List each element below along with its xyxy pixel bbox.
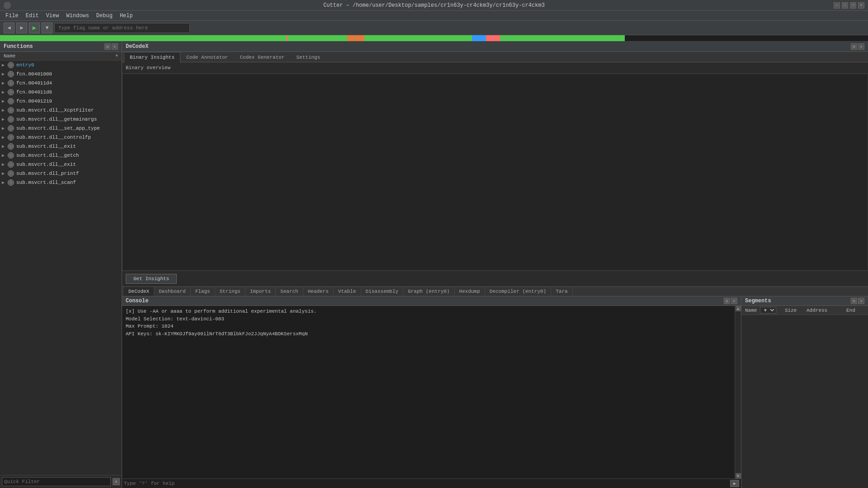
expand-icon: ▶ bbox=[2, 62, 7, 68]
toolbar: ◀ ▶ ▶ ▼ bbox=[0, 21, 868, 35]
quick-filter-clear-button[interactable]: ✕ bbox=[113, 478, 120, 485]
minimize-button[interactable]: ─ bbox=[834, 2, 840, 9]
bottom-tab-vtable[interactable]: Vtable bbox=[334, 287, 361, 296]
function-item-getch[interactable]: ▶ sub.msvcrt.dll__getch bbox=[0, 151, 122, 160]
function-name-xcptfilter: sub.msvcrt.dll__XcptFilter bbox=[16, 108, 94, 113]
segments-name-sort[interactable]: ▼ bbox=[760, 307, 776, 314]
bottom-tab-hexdump[interactable]: Hexdump bbox=[455, 287, 485, 296]
console-title: Console bbox=[126, 298, 148, 304]
function-name-fcn004011d8: fcn.004011d8 bbox=[16, 89, 52, 95]
window-controls: ─ □ ❐ ✕ bbox=[834, 2, 864, 9]
function-item-fcn00401219[interactable]: ▶ fcn.00401219 bbox=[0, 97, 122, 106]
console-panel: Console ⊡ ✕ [x] Use -AA or aaaa to perfo… bbox=[122, 296, 741, 488]
quick-filter-input[interactable] bbox=[2, 477, 111, 486]
tab-settings[interactable]: Settings bbox=[290, 52, 326, 62]
console-icon2-button[interactable]: ✕ bbox=[731, 298, 737, 304]
bottom-tabs-bar: DeCodeX Dashboard Flags Strings Imports … bbox=[122, 287, 868, 296]
function-item-setapptype[interactable]: ▶ sub.msvcrt.dll__set_app_type bbox=[0, 124, 122, 133]
bottom-tab-strings[interactable]: Strings bbox=[215, 287, 245, 296]
console-input[interactable] bbox=[124, 481, 730, 486]
close-button[interactable]: ✕ bbox=[858, 2, 864, 9]
bottom-tab-decodex[interactable]: DeCodeX bbox=[124, 287, 154, 296]
decodex-tabs: Binary Insights Code Annotator Codex Gen… bbox=[122, 52, 868, 62]
tab-codex-generator[interactable]: Codex Generator bbox=[234, 52, 290, 62]
expand-icon: ▶ bbox=[2, 180, 7, 185]
segments-icon1-button[interactable]: ⊡ bbox=[851, 298, 857, 304]
scroll-down-icon[interactable]: ▼ bbox=[736, 473, 741, 479]
menu-edit[interactable]: Edit bbox=[22, 12, 42, 20]
menu-debug[interactable]: Debug bbox=[93, 12, 116, 20]
menubar: File Edit View Windows Debug Help bbox=[0, 11, 868, 21]
get-insights-button[interactable]: Get Insights bbox=[126, 274, 177, 284]
bottom-tab-decompiler-entry0[interactable]: Decompiler (entry0) bbox=[485, 287, 551, 296]
restore-button[interactable]: ❐ bbox=[850, 2, 856, 9]
back-button[interactable]: ◀ bbox=[4, 23, 14, 33]
segments-icon2-button[interactable]: ✕ bbox=[858, 298, 864, 304]
expand-icon: ▶ bbox=[2, 117, 7, 122]
bottom-tab-flags[interactable]: Flags bbox=[191, 287, 215, 296]
function-icon-fcn004011d4 bbox=[7, 80, 14, 87]
functions-panel-title: Functions bbox=[4, 43, 33, 50]
bottom-tab-dashboard[interactable]: Dashboard bbox=[154, 287, 190, 296]
function-item-printf[interactable]: ▶ sub.msvcrt.dll_printf bbox=[0, 169, 122, 178]
function-item-fcn00401000[interactable]: ▶ fcn.00401000 bbox=[0, 70, 122, 79]
decodex-icon1-button[interactable]: ⊡ bbox=[851, 43, 857, 50]
scroll-up-icon[interactable]: ▲ bbox=[736, 306, 741, 311]
expand-icon: ▶ bbox=[2, 171, 7, 176]
decodex-icon2-button[interactable]: ✕ bbox=[858, 43, 864, 50]
menu-help[interactable]: Help bbox=[116, 12, 137, 20]
forward-button[interactable]: ▶ bbox=[16, 23, 27, 33]
bottom-tab-search[interactable]: Search bbox=[276, 287, 303, 296]
tab-code-annotator[interactable]: Code Annotator bbox=[180, 52, 234, 62]
console-send-button[interactable]: ▶ bbox=[730, 480, 739, 487]
bottom-tab-imports[interactable]: Imports bbox=[245, 287, 276, 296]
function-item-scanf[interactable]: ▶ sub.msvcrt.dll_scanf bbox=[0, 178, 122, 187]
function-item-xcptfilter[interactable]: ▶ sub.msvcrt.dll__XcptFilter bbox=[0, 106, 122, 115]
bottom-tab-tara[interactable]: Tara bbox=[551, 287, 572, 296]
play-button[interactable]: ▶ bbox=[29, 23, 40, 33]
function-name-fcn004011d4: fcn.004011d4 bbox=[16, 80, 52, 86]
menu-file[interactable]: File bbox=[2, 12, 22, 20]
tab-binary-insights[interactable]: Binary Insights bbox=[124, 52, 180, 62]
function-item-fcn004011d8[interactable]: ▶ fcn.004011d8 bbox=[0, 88, 122, 97]
function-item-getmainargs[interactable]: ▶ sub.msvcrt.dll__getmainargs bbox=[0, 115, 122, 124]
expand-icon: ▶ bbox=[2, 99, 7, 104]
flag-input[interactable] bbox=[54, 23, 190, 33]
titlebar: Cutter – /home/user/Desktop/samples/cr1n… bbox=[0, 0, 868, 11]
function-name-fcn00401219: fcn.00401219 bbox=[16, 99, 52, 104]
function-item-exit[interactable]: ▶ sub.msvcrt.dll__exit bbox=[0, 142, 122, 151]
function-item-fcn004011d4[interactable]: ▶ fcn.004011d4 bbox=[0, 79, 122, 88]
function-item-controlfp[interactable]: ▶ sub.msvcrt.dll__controlfp bbox=[0, 133, 122, 142]
functions-icon1-button[interactable]: ⊡ bbox=[104, 43, 111, 50]
functions-icon2-button[interactable]: ✕ bbox=[112, 43, 118, 50]
expand-icon: ▶ bbox=[2, 153, 7, 158]
function-name-controlfp: sub.msvcrt.dll__controlfp bbox=[16, 135, 91, 140]
console-scrollbar[interactable]: ▲ ▼ bbox=[735, 306, 741, 479]
menu-view[interactable]: View bbox=[42, 12, 63, 20]
maximize-button[interactable]: □ bbox=[842, 2, 848, 9]
console-icon1-button[interactable]: ⊡ bbox=[724, 298, 730, 304]
sort-arrow-icon[interactable]: ▼ bbox=[116, 54, 118, 58]
console-line-4: API Keys: sk-KIYMKOJf9ay09ilNrT6dT3BlbkF… bbox=[126, 330, 731, 338]
segments-body bbox=[741, 315, 868, 488]
function-item-entry0[interactable]: ▶ entry0 bbox=[0, 61, 122, 70]
segments-col-address: Address bbox=[805, 308, 844, 313]
functions-panel-icons: ⊡ ✕ bbox=[104, 43, 118, 50]
decodex-content: Binary overview bbox=[122, 62, 868, 271]
expand-icon: ▶ bbox=[2, 89, 7, 95]
function-item-exit2[interactable]: ▶ sub.msvcrt.dll__exit bbox=[0, 160, 122, 169]
function-name-printf: sub.msvcrt.dll_printf bbox=[16, 171, 79, 176]
bottom-tab-graph-entry0[interactable]: Graph (entry0) bbox=[403, 287, 454, 296]
center-area: DeCodeX ⊡ ✕ Binary Insights Code Annotat… bbox=[122, 42, 868, 488]
bottom-tab-headers[interactable]: Headers bbox=[303, 287, 334, 296]
overview-orange bbox=[347, 35, 364, 41]
function-icon-scanf bbox=[7, 179, 14, 186]
bottom-tab-disassembly[interactable]: Disassembly bbox=[361, 287, 404, 296]
decodex-panel-icons: ⊡ ✕ bbox=[851, 43, 864, 50]
function-name-fcn00401000: fcn.00401000 bbox=[16, 71, 52, 77]
function-name-getch: sub.msvcrt.dll__getch bbox=[16, 153, 79, 158]
functions-column-header: Name ▼ bbox=[0, 52, 122, 61]
menu-windows[interactable]: Windows bbox=[62, 12, 92, 20]
play-dropdown-button[interactable]: ▼ bbox=[42, 23, 52, 33]
function-icon-printf bbox=[7, 170, 14, 177]
